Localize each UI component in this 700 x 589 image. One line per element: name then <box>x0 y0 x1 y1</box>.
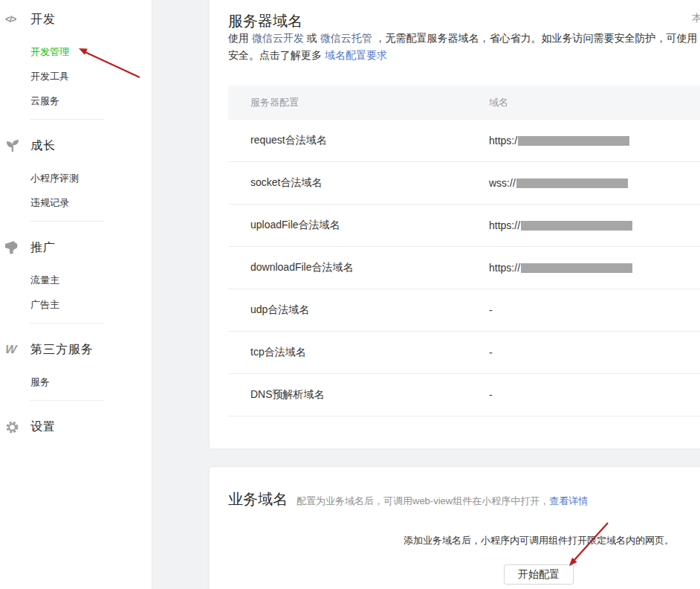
business-domain-title: 业务域名 <box>228 489 288 509</box>
server-config-cell: tcp合法域名 <box>250 346 489 359</box>
sidebar-section-title: 成长 <box>30 138 56 154</box>
desc-text: 使用 <box>228 32 252 44</box>
sidebar-section-title: 推广 <box>30 240 56 256</box>
server-config-cell: request合法域名 <box>250 134 489 147</box>
server-domain-title: 服务器域名 <box>228 11 302 31</box>
server-domain-description-line2: 安全。点击了解更多 域名配置要求 <box>228 49 387 62</box>
sidebar-section: 成长 小程序评测 违规记录 <box>0 138 152 210</box>
domain-value: https:// <box>489 262 520 274</box>
server-config-cell: DNS预解析域名 <box>250 388 489 402</box>
sidebar-section-title: 开发 <box>30 12 56 28</box>
sidebar-section-title: 设置 <box>30 419 56 435</box>
domain-value: - <box>489 347 493 358</box>
desc-text: ，无需配置服务器域名，省心省力。如业务访问需要安全防护，可使用 <box>372 32 700 44</box>
sidebar-item-违规记录[interactable]: 违规记录 <box>0 196 152 210</box>
sidebar-section-header[interactable]: W 第三方服务 <box>0 341 152 358</box>
server-config-cell: downloadFile合法域名 <box>250 261 489 274</box>
domain-config-requirements-link[interactable]: 域名配置要求 <box>325 49 387 61</box>
sidebar-section-header[interactable]: 推广 <box>0 239 152 256</box>
sidebar-item-开发管理[interactable]: 开发管理 <box>0 45 152 59</box>
sidebar-divider <box>30 221 104 222</box>
third-party-icon: W <box>5 343 30 356</box>
sidebar-section: </> 开发 开发管理 开发工具 云服务 <box>0 11 152 108</box>
gear-icon <box>5 420 30 434</box>
sidebar-divider <box>30 400 104 401</box>
corner-cutoff-text: 本 <box>692 12 700 25</box>
view-details-link[interactable]: 查看详情 <box>549 495 588 506</box>
sidebar-item-广告主[interactable]: 广告主 <box>0 298 152 312</box>
desc-text: 或 <box>304 32 320 44</box>
domain-cell: wss:// <box>489 177 628 189</box>
growth-icon <box>5 140 30 152</box>
table-row: downloadFile合法域名 https:// <box>228 247 700 289</box>
code-icon: </> <box>5 14 30 25</box>
domain-cell: https:// <box>489 219 632 231</box>
redacted-domain-bar <box>521 263 632 273</box>
sidebar-divider <box>30 323 104 324</box>
table-row: socket合法域名 wss:// <box>228 162 700 205</box>
server-domain-card: 服务器域名 使用 微信云开发 或 微信云托管 ，无需配置服务器域名，省心省力。如… <box>210 0 700 448</box>
domain-cell: https:/ <box>489 135 629 147</box>
sidebar-section: 推广 流量主 广告主 <box>0 239 152 312</box>
sidebar-section: W 第三方服务 服务 <box>0 341 152 389</box>
table-row: tcp合法域名 - <box>228 332 700 374</box>
cloud-hosting-link[interactable]: 微信云托管 <box>320 32 372 44</box>
domain-value: - <box>489 304 493 316</box>
redacted-domain-bar <box>518 136 629 146</box>
sidebar-section-title: 第三方服务 <box>30 342 94 358</box>
domain-value: https:/ <box>489 135 517 147</box>
cloud-dev-link[interactable]: 微信云开发 <box>252 32 304 44</box>
domain-cell: - <box>489 304 493 316</box>
table-row: request合法域名 https:/ <box>228 120 700 162</box>
column-header-server-config: 服务器配置 <box>250 96 489 109</box>
sidebar-section: 设置 <box>0 419 152 435</box>
desc-text: 安全。点击了解更多 <box>228 49 325 61</box>
sidebar-item-小程序评测[interactable]: 小程序评测 <box>0 172 152 185</box>
domain-cell: https:// <box>489 262 632 274</box>
sidebar-divider <box>30 119 104 120</box>
table-row: DNS预解析域名 - <box>228 374 700 416</box>
column-header-domain: 域名 <box>489 96 508 109</box>
server-domain-description-line1: 使用 微信云开发 或 微信云托管 ，无需配置服务器域名，省心省力。如业务访问需要… <box>228 32 700 45</box>
megaphone-icon <box>5 241 30 254</box>
table-body: request合法域名 https:/ socket合法域名 wss:// up… <box>228 120 700 416</box>
business-domain-card: 业务域名 配置为业务域名后，可调用web-view组件在小程序中打开，查看详情 … <box>210 467 700 589</box>
sidebar-section-header[interactable]: 成长 <box>0 138 152 154</box>
domain-value: wss:// <box>489 177 516 189</box>
server-config-cell: socket合法域名 <box>250 176 489 190</box>
redacted-domain-bar <box>521 221 632 231</box>
business-domain-header: 业务域名 配置为业务域名后，可调用web-view组件在小程序中打开，查看详情 <box>228 489 588 509</box>
domain-cell: - <box>489 389 493 401</box>
business-domain-hint: 添加业务域名后，小程序内可调用组件打开限定域名内的网页。 <box>316 534 700 547</box>
sidebar-section-header[interactable]: </> 开发 <box>0 11 152 28</box>
sidebar-item-开发工具[interactable]: 开发工具 <box>0 70 152 83</box>
table-row: uploadFile合法域名 https:// <box>228 205 700 247</box>
sidebar-item-流量主[interactable]: 流量主 <box>0 274 152 287</box>
sidebar-item-服务[interactable]: 服务 <box>0 376 152 389</box>
sidebar-section-header[interactable]: 设置 <box>0 419 152 435</box>
page: { "colors": { "accent_green": "#09bb07",… <box>0 0 700 589</box>
table-row: udp合法域名 - <box>228 289 700 332</box>
server-config-cell: uploadFile合法域名 <box>250 219 489 232</box>
business-domain-subtitle: 配置为业务域名后，可调用web-view组件在小程序中打开，查看详情 <box>296 495 588 508</box>
sidebar-sections: </> 开发 开发管理 开发工具 云服务 成长 小程序评测 违规记录 推广 流量… <box>0 11 152 453</box>
redacted-domain-bar <box>516 178 628 188</box>
server-domain-table: 服务器配置 域名 request合法域名 https:/ socket合法域名 … <box>228 86 700 416</box>
start-config-button[interactable]: 开始配置 <box>504 564 574 585</box>
server-config-cell: udp合法域名 <box>250 303 489 317</box>
sidebar-item-云服务[interactable]: 云服务 <box>0 94 152 108</box>
sidebar: </> 开发 开发管理 开发工具 云服务 成长 小程序评测 违规记录 推广 流量… <box>0 0 152 589</box>
domain-cell: - <box>489 347 493 358</box>
domain-value: https:// <box>489 219 520 231</box>
table-header-row: 服务器配置 域名 <box>228 86 700 120</box>
subtitle-text: 配置为业务域名后，可调用web-view组件在小程序中打开， <box>296 495 549 506</box>
domain-value: - <box>489 389 493 401</box>
